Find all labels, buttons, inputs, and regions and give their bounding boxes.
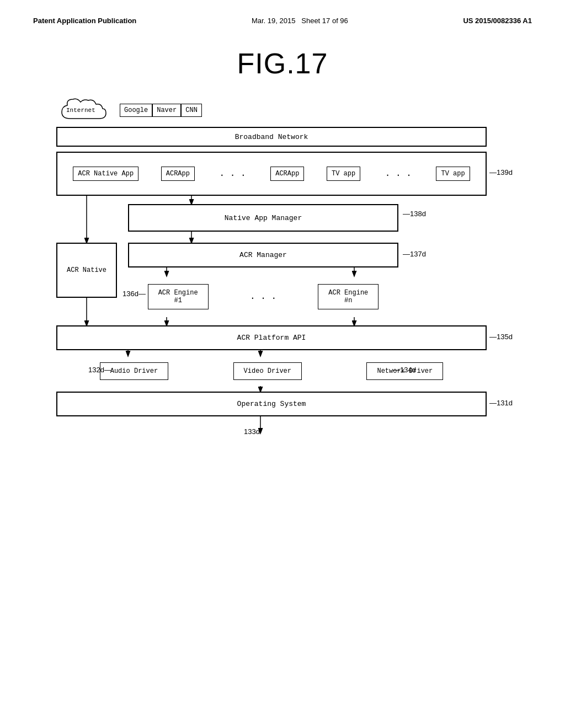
tvapp1-box: TV app: [327, 167, 360, 181]
broadband-network-box: Broadband Network: [56, 127, 487, 147]
drivers-row: Audio Driver Video Driver Network Driver: [56, 356, 487, 386]
cnn-box: CNN: [181, 104, 202, 117]
engines-row: ACR Engine#1 . . . ACR Engine#n: [128, 276, 398, 317]
ref-131d: —131d: [489, 399, 513, 407]
header-left: Patent Application Publication: [33, 17, 136, 25]
ref-135d: —135d: [489, 333, 513, 341]
acr-manager-label: ACR Manager: [239, 251, 287, 259]
ref-137d: —137d: [403, 250, 426, 258]
acrapp2-box: ACRApp: [270, 167, 304, 181]
ref-133d: 133d: [244, 427, 260, 436]
ref-139d: —139d: [489, 168, 513, 176]
header-right: US 2015/0082336 A1: [463, 17, 532, 25]
acr-native-box: ACR Native: [56, 243, 117, 298]
fig-title: FIG.17: [33, 47, 532, 80]
apps-row-box: ACR Native App ACRApp . . . ACRApp TV ap…: [56, 152, 487, 196]
acr-platform-label: ACR Platform API: [237, 334, 306, 342]
diagram: Internet Google Naver CNN Broadband Netw…: [56, 97, 509, 571]
header-center: Mar. 19, 2015 Sheet 17 of 96: [252, 17, 348, 25]
dots-engines: . . .: [248, 292, 279, 302]
acr-platform-box: ACR Platform API: [56, 325, 487, 350]
acrapp1-box: ACRApp: [161, 167, 195, 181]
os-label: Operating System: [237, 400, 306, 408]
native-app-manager-box: Native App Manager: [128, 204, 398, 232]
dots1: . . .: [217, 169, 248, 179]
os-box: Operating System: [56, 392, 487, 416]
tvapp2-box: TV app: [436, 167, 470, 181]
page-header: Patent Application Publication Mar. 19, …: [33, 17, 532, 25]
acr-native-label: ACR Native: [67, 266, 106, 274]
dots2: . . .: [383, 169, 414, 179]
video-driver-box: Video Driver: [233, 362, 302, 380]
acr-manager-box: ACR Manager: [128, 243, 398, 267]
acr-enginen-box: ACR Engine#n: [318, 284, 379, 309]
ref-134d: —134d: [393, 366, 416, 374]
google-box: Google: [120, 104, 152, 117]
naver-box: Naver: [152, 104, 181, 117]
internet-group: Internet Google Naver CNN: [56, 97, 202, 124]
native-app-manager-label: Native App Manager: [225, 214, 302, 222]
acr-native-app-box: ACR Native App: [73, 167, 138, 181]
svg-text:Internet: Internet: [66, 107, 95, 114]
internet-cloud: Internet: [56, 97, 120, 124]
acr-engine1-box: ACR Engine#1: [148, 284, 209, 309]
ref-132d: 132d—: [88, 366, 111, 374]
ref-138d: —138d: [403, 210, 426, 218]
broadband-label: Broadband Network: [235, 133, 308, 141]
